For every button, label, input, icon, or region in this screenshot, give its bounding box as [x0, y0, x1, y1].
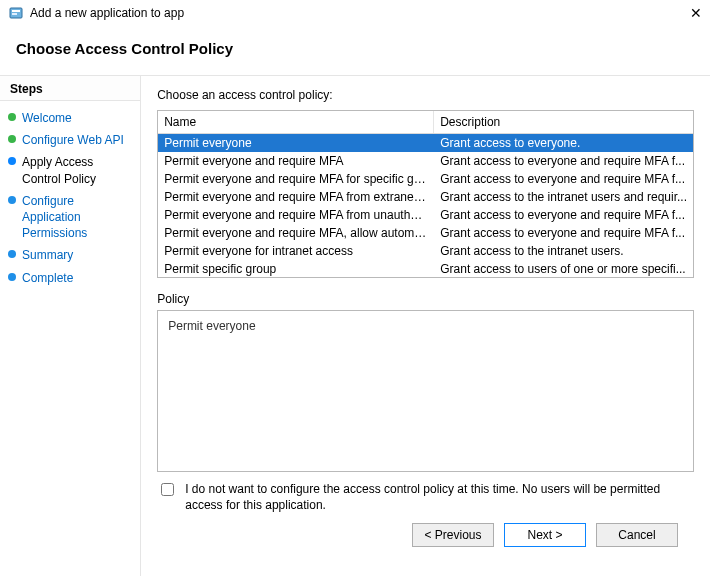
- page-title: Choose Access Control Policy: [0, 26, 710, 75]
- table-row[interactable]: Permit everyone and require MFA, allow a…: [158, 224, 693, 242]
- sidebar-item-label: Complete: [22, 270, 73, 286]
- titlebar: Add a new application to app ✕: [0, 0, 710, 26]
- table-row[interactable]: Permit everyone and require MFA from una…: [158, 206, 693, 224]
- policy-prompt: Choose an access control policy:: [157, 88, 694, 102]
- policy-grid: Name Description Permit everyoneGrant ac…: [157, 110, 694, 278]
- policy-section-label: Policy: [157, 292, 694, 306]
- wizard-window: Add a new application to app ✕ Choose Ac…: [0, 0, 710, 576]
- column-header-name[interactable]: Name: [158, 111, 434, 133]
- policy-description-cell: Grant access to users of one or more spe…: [434, 261, 693, 277]
- step-bullet-icon: [8, 113, 16, 121]
- policy-name-cell: Permit everyone and require MFA from ext…: [158, 189, 434, 205]
- window-title: Add a new application to app: [30, 6, 662, 20]
- policy-grid-header: Name Description: [158, 111, 693, 134]
- sidebar-item[interactable]: Complete: [4, 267, 136, 289]
- policy-name-cell: Permit everyone: [158, 135, 434, 151]
- table-row[interactable]: Permit everyone and require MFAGrant acc…: [158, 152, 693, 170]
- policy-description-cell: Grant access to everyone and require MFA…: [434, 225, 693, 241]
- policy-description-cell: Grant access to the intranet users and r…: [434, 189, 693, 205]
- steps-sidebar: Steps WelcomeConfigure Web APIApply Acce…: [0, 76, 141, 576]
- policy-description-cell: Grant access to everyone and require MFA…: [434, 207, 693, 223]
- sidebar-item[interactable]: Apply Access Control Policy: [4, 151, 136, 189]
- sidebar-item-label: Configure Application Permissions: [22, 193, 132, 242]
- skip-label[interactable]: I do not want to configure the access co…: [185, 482, 694, 513]
- step-bullet-icon: [8, 135, 16, 143]
- svg-rect-1: [12, 10, 20, 12]
- step-bullet-icon: [8, 250, 16, 258]
- sidebar-item-label: Apply Access Control Policy: [22, 154, 132, 186]
- close-icon[interactable]: ✕: [662, 5, 702, 21]
- table-row[interactable]: Permit everyone and require MFA for spec…: [158, 170, 693, 188]
- sidebar-item-label: Summary: [22, 247, 73, 263]
- table-row[interactable]: Permit everyone for intranet accessGrant…: [158, 242, 693, 260]
- policy-name-cell: Permit everyone and require MFA, allow a…: [158, 225, 434, 241]
- sidebar-item[interactable]: Configure Web API: [4, 129, 136, 151]
- cancel-button[interactable]: Cancel: [596, 523, 678, 547]
- table-row[interactable]: Permit specific groupGrant access to use…: [158, 260, 693, 278]
- policy-name-cell: Permit everyone and require MFA from una…: [158, 207, 434, 223]
- steps-title: Steps: [0, 76, 140, 101]
- wizard-body: Steps WelcomeConfigure Web APIApply Acce…: [0, 75, 710, 576]
- sidebar-item[interactable]: Welcome: [4, 107, 136, 129]
- policy-name-cell: Permit specific group: [158, 261, 434, 277]
- skip-checkbox[interactable]: [161, 483, 174, 496]
- skip-row: I do not want to configure the access co…: [157, 482, 694, 513]
- table-row[interactable]: Permit everyone and require MFA from ext…: [158, 188, 693, 206]
- policy-description-cell: Grant access to everyone.: [434, 135, 693, 151]
- sidebar-item-label: Welcome: [22, 110, 72, 126]
- sidebar-item-label: Configure Web API: [22, 132, 124, 148]
- policy-grid-body: Permit everyoneGrant access to everyone.…: [158, 134, 693, 278]
- main-panel: Choose an access control policy: Name De…: [141, 76, 710, 576]
- app-icon: [8, 5, 24, 21]
- policy-name-cell: Permit everyone and require MFA: [158, 153, 434, 169]
- column-header-description[interactable]: Description: [434, 111, 693, 133]
- step-bullet-icon: [8, 196, 16, 204]
- sidebar-item[interactable]: Summary: [4, 244, 136, 266]
- next-button[interactable]: Next >: [504, 523, 586, 547]
- policy-name-cell: Permit everyone for intranet access: [158, 243, 434, 259]
- wizard-footer: < Previous Next > Cancel: [157, 513, 694, 557]
- policy-description-cell: Grant access to everyone and require MFA…: [434, 171, 693, 187]
- sidebar-item[interactable]: Configure Application Permissions: [4, 190, 136, 245]
- steps-list: WelcomeConfigure Web APIApply Access Con…: [0, 101, 140, 295]
- table-row[interactable]: Permit everyoneGrant access to everyone.: [158, 134, 693, 152]
- step-bullet-icon: [8, 157, 16, 165]
- policy-description-cell: Grant access to everyone and require MFA…: [434, 153, 693, 169]
- svg-rect-2: [12, 13, 17, 15]
- policy-name-cell: Permit everyone and require MFA for spec…: [158, 171, 434, 187]
- policy-preview: Permit everyone: [157, 310, 694, 472]
- policy-description-cell: Grant access to the intranet users.: [434, 243, 693, 259]
- step-bullet-icon: [8, 273, 16, 281]
- previous-button[interactable]: < Previous: [412, 523, 494, 547]
